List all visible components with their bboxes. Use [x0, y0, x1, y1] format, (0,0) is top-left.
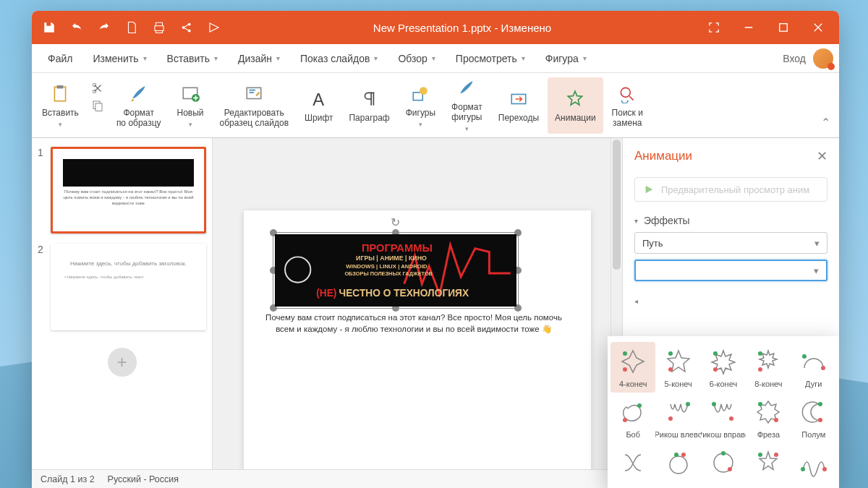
animations-icon	[564, 88, 586, 110]
chevron-down-icon: ▾	[522, 54, 525, 62]
svg-point-32	[758, 367, 762, 372]
ribbon-find-replace[interactable]: Поиск и замена	[605, 77, 650, 134]
play-icon	[644, 184, 654, 194]
svg-point-46	[674, 453, 678, 457]
transitions-icon	[508, 88, 529, 110]
ribbon-paste[interactable]: Вставить▾	[35, 77, 86, 134]
svg-point-26	[623, 367, 627, 372]
canvas-area[interactable]: ↻ ПРОГРАММЫ ИГР	[213, 138, 622, 469]
effect-bounce-right[interactable]: Рикош вправо	[701, 393, 746, 443]
fullscreen-icon[interactable]	[697, 11, 731, 44]
ribbon-new-slide[interactable]: Новый▾	[170, 77, 211, 134]
minimize-icon[interactable]	[732, 11, 765, 44]
svg-point-35	[637, 403, 642, 408]
effect-bean[interactable]: Боб	[610, 393, 655, 443]
copy-icon[interactable]	[88, 98, 108, 114]
svg-text:WINDOWS | LINUX | ANDROID: WINDOWS | LINUX | ANDROID	[346, 263, 427, 270]
effect-4-point-star[interactable]: 4-конеч	[610, 342, 655, 393]
collapsed-section[interactable]: ◂	[634, 297, 827, 305]
document-icon[interactable]	[119, 14, 145, 40]
effect-6-point-star[interactable]: 6-конеч	[701, 342, 746, 393]
menu-insert[interactable]: Вставить▾	[157, 44, 228, 72]
menu-edit[interactable]: Изменить▾	[82, 44, 156, 72]
menu-review[interactable]: Обзор▾	[388, 44, 445, 72]
ribbon-shapes[interactable]: Фигуры▾	[399, 77, 443, 134]
menu-design[interactable]: Дизайн▾	[228, 44, 290, 72]
effect-item[interactable]	[610, 443, 655, 482]
svg-point-47	[681, 453, 686, 457]
close-icon[interactable]	[801, 11, 835, 44]
ribbon-paragraph[interactable]: Параграф	[341, 77, 396, 134]
svg-point-44	[818, 418, 822, 422]
chevron-down-icon: ▾	[214, 54, 218, 62]
rotate-handle-icon[interactable]: ↻	[391, 215, 401, 226]
effect-category-select[interactable]: Путь▾	[634, 232, 827, 254]
menubar: Файл Изменить▾ Вставить▾ Дизайн▾ Показ с…	[32, 44, 839, 73]
effect-item[interactable]	[655, 443, 700, 482]
svg-text:ОБЗОРЫ ПОЛЕЗНЫХ ГАДЖЕТОВ: ОБЗОРЫ ПОЛЕЗНЫХ ГАДЖЕТОВ	[344, 270, 432, 277]
titlebar: New Presentation 1.pptx - Изменено	[32, 11, 839, 44]
slide-thumb-1[interactable]: 1 Почему вам стоит подписаться на этот к…	[38, 147, 206, 234]
chevron-down-icon: ▾	[814, 238, 820, 249]
new-slide-icon	[179, 83, 201, 105]
effect-8-point-star[interactable]: 8-конеч	[746, 342, 791, 393]
brush-icon	[128, 83, 150, 105]
svg-point-31	[758, 351, 762, 356]
svg-point-39	[712, 402, 716, 406]
effect-5-point-star[interactable]: 5-конеч	[655, 342, 700, 393]
effect-shape-select[interactable]: ▾	[634, 260, 827, 281]
ribbon-font[interactable]: A Шрифт	[297, 77, 340, 134]
effect-bounce-left[interactable]: Рикош влево	[655, 393, 700, 443]
add-slide-button[interactable]: +	[108, 348, 137, 377]
svg-rect-3	[780, 24, 788, 32]
svg-point-15	[420, 87, 427, 95]
save-icon[interactable]	[36, 14, 62, 40]
login-link[interactable]: Вход	[775, 53, 813, 64]
ribbon-format-painter[interactable]: Формат по образцу	[109, 77, 169, 134]
slide-caption[interactable]: Почему вам стоит подписаться на этот кан…	[265, 312, 562, 335]
ribbon-shape-format[interactable]: Формат фигуры▾	[444, 77, 490, 134]
effects-section-header[interactable]: ▾Эффекты	[634, 215, 827, 226]
ribbon-transitions[interactable]: Переходы	[491, 77, 546, 134]
svg-point-42	[774, 418, 778, 422]
slide-thumb-2[interactable]: 2 Нажмите здесь, чтобы добавить заголово…	[38, 244, 206, 330]
svg-point-28	[668, 367, 673, 372]
menu-view[interactable]: Просмотреть▾	[446, 44, 535, 72]
ribbon-collapse-icon[interactable]: ⌃	[814, 111, 836, 133]
close-panel-icon[interactable]: ✕	[817, 148, 827, 164]
svg-point-17	[621, 87, 631, 97]
avatar[interactable]	[813, 48, 833, 69]
menu-shape[interactable]: Фигура▾	[535, 44, 597, 72]
effect-item[interactable]	[746, 443, 791, 482]
redo-icon[interactable]	[91, 14, 117, 40]
share-icon[interactable]	[174, 14, 200, 40]
selected-image[interactable]: ↻ ПРОГРАММЫ ИГР	[273, 232, 519, 309]
effect-crescent[interactable]: Полум	[791, 393, 836, 443]
svg-rect-4	[55, 87, 66, 101]
effect-item[interactable]	[791, 443, 836, 482]
svg-point-36	[623, 418, 627, 422]
svg-point-34	[821, 366, 825, 370]
undo-icon[interactable]	[64, 14, 90, 40]
ribbon-edit-master[interactable]: Редактировать образец слайдов	[213, 77, 296, 134]
menu-file[interactable]: Файл	[38, 44, 82, 72]
svg-point-30	[713, 367, 718, 372]
svg-point-0	[182, 26, 185, 29]
ribbon-animations[interactable]: Анимации	[548, 77, 603, 134]
menu-slideshow[interactable]: Показ слайдов▾	[290, 44, 388, 72]
maximize-icon[interactable]	[767, 11, 800, 44]
slide-canvas[interactable]: ↻ ПРОГРАММЫ ИГР	[244, 210, 591, 469]
preview-animation-button[interactable]: Предварительный просмотр аним	[634, 177, 827, 202]
cut-icon[interactable]	[88, 80, 108, 96]
chevron-down-icon: ▾	[143, 54, 147, 62]
print-icon[interactable]	[146, 14, 172, 40]
app-window: New Presentation 1.pptx - Изменено Файл …	[32, 11, 839, 488]
effect-arcs[interactable]: Дуги	[791, 342, 836, 393]
svg-point-2	[188, 30, 191, 33]
svg-point-38	[668, 416, 673, 421]
svg-point-45	[670, 456, 687, 474]
effect-item[interactable]	[701, 443, 746, 482]
presentation-icon[interactable]	[201, 14, 227, 40]
svg-point-1	[188, 23, 191, 26]
effect-buzzsaw[interactable]: Фреза	[746, 393, 791, 443]
